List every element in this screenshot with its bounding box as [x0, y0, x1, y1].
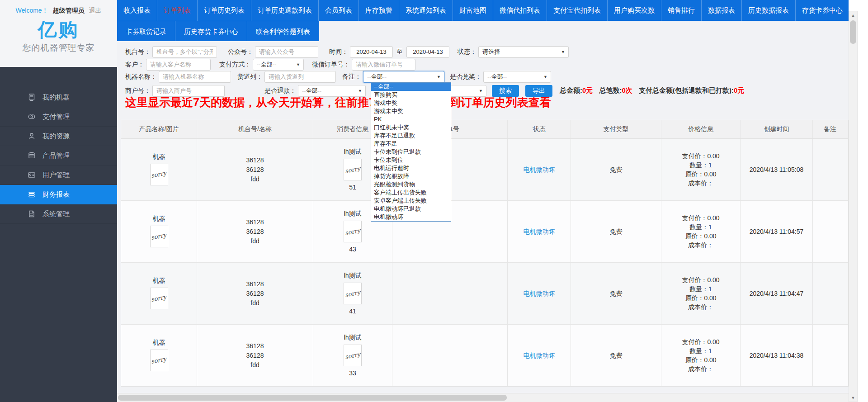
caret-down-icon: ▼: [358, 89, 362, 93]
remark-dropdown-option[interactable]: 直接购买: [371, 91, 451, 99]
top-nav-tab[interactable]: 销售排行: [661, 0, 702, 21]
table-header-cell: 创建时间: [741, 120, 813, 138]
sub-nav-tab[interactable]: 卡券取货记录: [117, 21, 175, 41]
status-link[interactable]: 电机微动坏: [524, 227, 555, 236]
top-nav-tab[interactable]: 订单历史退款列表: [251, 0, 319, 21]
remark-dropdown-option[interactable]: PK: [371, 115, 451, 123]
sub-nav-tab[interactable]: 历史存货卡券中心: [175, 21, 247, 41]
remark-dropdown-option[interactable]: 掉货光眼故障: [371, 172, 451, 180]
remark-dropdown-option[interactable]: 客户端上传出货失败: [371, 189, 451, 197]
top-nav-tab[interactable]: 微信代扣列表: [493, 0, 547, 21]
machine-no: 36128: [246, 156, 264, 165]
date-from-input[interactable]: [350, 46, 393, 58]
machine-no-input[interactable]: [152, 46, 217, 58]
channel-input[interactable]: [264, 71, 336, 83]
system-icon: [27, 209, 36, 218]
public-no-label: 公众号：: [228, 48, 253, 56]
sidebar-item-finance-reports[interactable]: 财务报表: [0, 185, 117, 204]
status-link[interactable]: 电机微动坏: [524, 289, 555, 298]
logout-link[interactable]: 退出: [89, 7, 101, 14]
pay-method-select[interactable]: --全部-- ▼: [253, 59, 304, 71]
remark-dropdown-option[interactable]: 电机运行超时: [371, 164, 451, 172]
scroll-down-arrow-icon[interactable]: ▼: [849, 394, 857, 402]
top-nav-tab[interactable]: 历史数据报表: [742, 0, 796, 21]
remark-dropdown-option[interactable]: 游戏未中奖: [371, 107, 451, 115]
remark-select[interactable]: --全部-- ▼: [363, 71, 444, 83]
sidebar-item-products[interactable]: 产品管理: [0, 146, 117, 166]
price-cell: 支付价：0.00 数量：1 原价：0.00 成本价：: [661, 139, 741, 200]
caret-down-icon: ▼: [543, 75, 547, 79]
customer-input[interactable]: [146, 59, 211, 71]
wechat-order-input[interactable]: [352, 59, 415, 71]
top-nav-tab[interactable]: 库存预警: [359, 0, 399, 21]
top-nav-tab[interactable]: 会员列表: [319, 0, 359, 21]
price-cost: 成本价：: [688, 364, 713, 374]
remark-dropdown-option[interactable]: 安卓客户端上传失败: [371, 197, 451, 205]
date-to-input[interactable]: [406, 46, 449, 58]
sidebar-item-payment[interactable]: 支付管理: [0, 107, 117, 127]
remark-dropdown-option[interactable]: 口红机未中奖: [371, 123, 451, 132]
sidebar-item-system[interactable]: 系统管理: [0, 204, 117, 224]
remark-dropdown-option[interactable]: 卡位未到位: [371, 156, 451, 164]
remark-dropdown-option[interactable]: --全部--: [371, 83, 451, 91]
scroll-up-arrow-icon[interactable]: ▲: [849, 11, 857, 19]
sidebar-header: Welcome！ 超级管理员 退出 亿购 您的机器管理专家: [0, 0, 117, 67]
sidebar-item-users[interactable]: 用户管理: [0, 166, 117, 185]
customer-label: 客户：: [125, 61, 144, 69]
price-pay: 支付价：0.00: [682, 213, 719, 222]
remark-dropdown-option[interactable]: 光眼检测到货物: [371, 180, 451, 189]
top-nav-tab[interactable]: 订单列表: [157, 0, 198, 21]
top-nav-tab[interactable]: 系统通知列表: [399, 0, 453, 21]
machine-no: 36128: [246, 218, 264, 227]
horizontal-scrollbar-thumb[interactable]: [118, 395, 507, 401]
sidebar-item-my-machines[interactable]: 我的机器: [0, 88, 117, 107]
status-label: 状态：: [458, 48, 476, 56]
product-cell: 机器 sorry: [121, 325, 197, 386]
sidebar-item-my-resources[interactable]: 我的资源: [0, 127, 117, 146]
consumer-name: lh测试: [344, 209, 362, 218]
remark-dropdown-option[interactable]: 库存不足已退款: [371, 132, 451, 140]
top-nav-tab[interactable]: 订单历史列表: [198, 0, 251, 21]
top-nav-tab[interactable]: 财富地图: [453, 0, 493, 21]
created-time-cell: 2020/4/13 11:04:38: [741, 325, 813, 386]
vertical-scrollbar-thumb[interactable]: [850, 20, 856, 44]
machine-name-input[interactable]: [159, 71, 231, 83]
order-no-cell: [392, 325, 508, 386]
horizontal-scrollbar[interactable]: [117, 393, 849, 402]
page: Welcome！ 超级管理员 退出 亿购 您的机器管理专家 我的机器 支付管理: [0, 0, 868, 402]
redeem-select[interactable]: --全部-- ▼: [483, 71, 551, 83]
top-nav-tab[interactable]: 支付宝代扣列表: [547, 0, 608, 21]
created-time-cell: 2020/4/13 11:04:47: [741, 263, 813, 324]
vertical-scrollbar[interactable]: ▲ ▼: [849, 11, 858, 402]
status-select[interactable]: 请选择 ▼: [478, 46, 569, 58]
table-row: 机器 sorry 36128 36128 fdd lh测试: [121, 263, 848, 325]
table-header-cell: 状态: [508, 120, 571, 138]
top-nav-tab[interactable]: 存货卡券中心: [796, 0, 849, 21]
status-cell: 电机微动坏: [508, 263, 571, 324]
remark-dropdown-option[interactable]: 卡位未到位已退款: [371, 148, 451, 156]
remark-dropdown-option[interactable]: 电机微动坏: [371, 213, 451, 221]
status-link[interactable]: 电机微动坏: [524, 351, 555, 360]
status-link[interactable]: 电机微动坏: [524, 165, 555, 175]
price-qty: 数量：1: [689, 161, 712, 170]
machine-name: fdd: [250, 360, 259, 370]
total-amount-value: 0元: [582, 86, 593, 94]
broken-image-placeholder: sorry: [150, 350, 168, 371]
sorry-image-text: sorry: [151, 168, 167, 180]
total-amount-label: 总金额:: [560, 86, 582, 94]
pay-type-cell: 免费: [571, 139, 661, 200]
table-row: 机器 sorry 36128 36128 fdd lh测试: [121, 325, 848, 386]
public-no-input[interactable]: [255, 46, 318, 58]
remark-dropdown-option[interactable]: 电机微动坏已退款: [371, 205, 451, 213]
consumer-name: lh测试: [344, 271, 362, 280]
broken-image-placeholder: sorry: [344, 221, 362, 242]
top-nav-tab[interactable]: 收入报表: [117, 0, 157, 21]
remark-label: 备注：: [342, 73, 361, 81]
remark-dropdown-option[interactable]: 游戏中奖: [371, 99, 451, 107]
remark-dropdown-option[interactable]: 库存不足: [371, 140, 451, 148]
top-nav-tab[interactable]: 用户购买次数: [608, 0, 661, 21]
caret-down-icon: ▼: [296, 62, 300, 67]
top-nav-tab[interactable]: 数据报表: [702, 0, 742, 21]
time-label: 时间：: [329, 48, 348, 56]
sub-nav-tab[interactable]: 联合利华答题列表: [247, 21, 319, 41]
